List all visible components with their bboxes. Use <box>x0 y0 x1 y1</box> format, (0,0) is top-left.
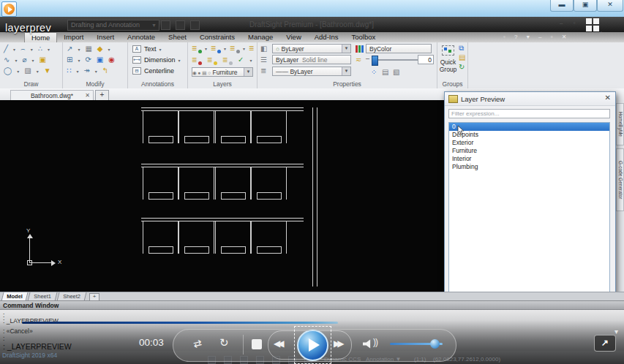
polygon-tool-icon[interactable]: ▼ <box>44 67 51 75</box>
layer-on-icon[interactable] <box>192 45 201 53</box>
ribbon-helper-icons[interactable]: ◦ ? ▾ – ▫ ✕ <box>503 34 570 40</box>
transparency-slider-track[interactable] <box>372 59 418 61</box>
tab-import[interactable]: Import <box>57 32 90 42</box>
point-tool-icon[interactable]: ∴ <box>38 45 42 53</box>
layer-state-icon-1[interactable] <box>192 56 201 64</box>
group-manager-icon[interactable]: ↻ <box>459 63 465 72</box>
explode-tool-icon[interactable]: ↰ <box>102 67 108 75</box>
transparency-slider-thumb[interactable] <box>372 56 378 66</box>
quick-group-button[interactable]: Quick Group <box>437 59 459 73</box>
dimension-button[interactable]: Dimension <box>144 56 176 64</box>
layer-select[interactable]: ◉ ● ▤ ○ Furniture ▼ <box>192 67 253 77</box>
tab-add-ins[interactable]: Add-Ins <box>308 32 345 42</box>
status-icon[interactable] <box>256 356 264 364</box>
status-icon[interactable] <box>272 356 280 364</box>
layer-list-item[interactable]: Exterior <box>449 139 609 147</box>
hatch-tool-icon[interactable]: ▨ <box>24 67 31 75</box>
tab-view[interactable]: View <box>279 32 307 42</box>
ellipse-tool-icon[interactable]: ⌀ <box>22 56 26 64</box>
dialog-close-icon[interactable]: ✕ <box>605 94 611 102</box>
overlay-caret-icon[interactable]: ▾ <box>614 327 618 335</box>
close-document-icon[interactable]: ✕ <box>85 91 90 101</box>
erase-tool-icon[interactable]: ◆ <box>97 45 103 53</box>
dialog-titlebar[interactable]: Layer Preview ✕ <box>445 92 615 106</box>
layer-list-item[interactable]: Plumbing <box>449 163 609 171</box>
tab-constraints[interactable]: Constraints <box>193 32 241 42</box>
properties-painter-icon[interactable]: ◧ <box>260 45 267 53</box>
status-icon[interactable] <box>240 356 248 364</box>
chevron-down-icon[interactable]: ▼ <box>244 68 252 76</box>
tab-sheet[interactable]: Sheet <box>162 32 193 42</box>
centerline-button[interactable]: Centerline <box>144 67 174 75</box>
chevron-down-icon[interactable]: ▼ <box>342 67 350 75</box>
match-properties-icon[interactable]: ⁘ <box>371 68 377 77</box>
layer-state-icon-2[interactable] <box>207 56 217 64</box>
array-tool-icon[interactable]: ∷ <box>67 67 71 75</box>
stretch-tool-icon[interactable]: ⊞ <box>67 56 72 64</box>
layer-state-icon-3[interactable] <box>222 56 232 64</box>
offset-tool-icon[interactable]: ↠ <box>83 67 89 75</box>
transparency-value-field[interactable] <box>418 55 434 64</box>
power-trim-icon[interactable]: ◉ <box>108 56 115 64</box>
move-tool-icon[interactable]: ↗ <box>67 45 72 53</box>
stop-button[interactable] <box>252 339 262 349</box>
status-icon[interactable] <box>208 356 216 364</box>
annotation-scale-dropdown[interactable]: Annotation ▼ <box>366 356 401 363</box>
toolbar-play-button[interactable] <box>1 1 17 17</box>
line-tool-icon[interactable]: ╱ <box>4 45 8 53</box>
layer-list-item[interactable]: Interior <box>449 155 609 163</box>
circle-tool-icon[interactable]: ◯ <box>4 67 12 75</box>
layer-list-item[interactable]: Furniture <box>449 147 609 155</box>
chevron-down-icon[interactable]: ▼ <box>342 45 350 53</box>
tab-manage[interactable]: Manage <box>241 32 279 42</box>
rectangle-tool-icon[interactable]: ▣ <box>39 56 45 64</box>
rewind-button[interactable]: ◀◀ <box>274 338 281 349</box>
copy-properties-icon[interactable]: ▤ <box>382 68 388 77</box>
workspace-dropdown[interactable]: Drafting and Annotation ▼ <box>67 20 159 31</box>
layer-list-item[interactable]: Defpoints <box>449 131 609 139</box>
play-button[interactable] <box>294 326 331 364</box>
maximize-window-button[interactable]: ▣ <box>574 0 597 12</box>
side-tab-gcode-generator[interactable]: G-code Generator <box>616 148 624 211</box>
line-style-select[interactable]: ByLayer Solid line <box>272 55 351 64</box>
tab-annotate[interactable]: Annotate <box>121 32 162 42</box>
fast-forward-button[interactable]: ▶▶ <box>334 338 341 349</box>
minus-icon[interactable]: – <box>366 55 369 62</box>
side-tab-homebyme[interactable]: HomeByMe <box>616 103 624 145</box>
document-tab[interactable]: Bathroom.dwg* ✕ <box>10 90 94 101</box>
line-color-select[interactable]: ○ ByLayer ▼ <box>272 44 351 53</box>
status-icon[interactable] <box>224 356 232 364</box>
fullscreen-button[interactable]: ↗ <box>594 335 616 352</box>
lineweight-icon[interactable]: ≣ <box>260 67 266 75</box>
hatch-lines-icon[interactable]: ☰ <box>260 56 267 64</box>
loop-icon[interactable]: ↻ <box>219 336 229 349</box>
color-select[interactable]: ByColor <box>366 44 432 53</box>
layer-list[interactable]: 0 Defpoints Exterior Furniture Interior … <box>448 122 610 292</box>
filter-expression-input[interactable] <box>448 109 610 118</box>
tab-toolbox[interactable]: Toolbox <box>345 32 383 42</box>
rotate-tool-icon[interactable]: ⟳ <box>85 56 91 64</box>
ungroup-icon[interactable]: ▤ <box>459 53 465 62</box>
tab-home[interactable]: Home <box>24 32 57 42</box>
pattern-tool-icon[interactable]: ▦ <box>85 45 91 53</box>
layer-ok-icon[interactable]: ✓ <box>238 56 244 64</box>
minimize-window-button[interactable]: ▬ <box>550 0 574 12</box>
close-window-button[interactable]: ✕ <box>597 0 623 12</box>
layer-freeze-icon[interactable] <box>211 45 220 53</box>
spline-tool-icon[interactable]: ∿ <box>4 56 10 64</box>
new-file-icon[interactable] <box>161 20 170 30</box>
command-window-header[interactable]: Command Window <box>0 300 624 310</box>
layer-lock-icon[interactable] <box>230 45 239 53</box>
open-file-icon[interactable] <box>176 20 185 30</box>
arc-tool-icon[interactable]: ⌢ <box>20 45 26 53</box>
video-progress-bar[interactable] <box>22 322 338 324</box>
line-weight-select[interactable]: —— ByLayer ▼ <box>272 67 351 76</box>
edit-group-icon[interactable]: ⧉ <box>459 44 464 53</box>
volume-slider-thumb[interactable] <box>430 339 440 349</box>
tab-insert[interactable]: Insert <box>90 32 121 42</box>
text-button[interactable]: Text <box>144 45 157 53</box>
color-bars-icon[interactable] <box>356 45 364 53</box>
transparency-icon[interactable]: ≂ <box>356 56 361 64</box>
layer-list-item-selected[interactable]: 0 <box>449 123 609 131</box>
save-file-icon[interactable] <box>190 20 200 30</box>
